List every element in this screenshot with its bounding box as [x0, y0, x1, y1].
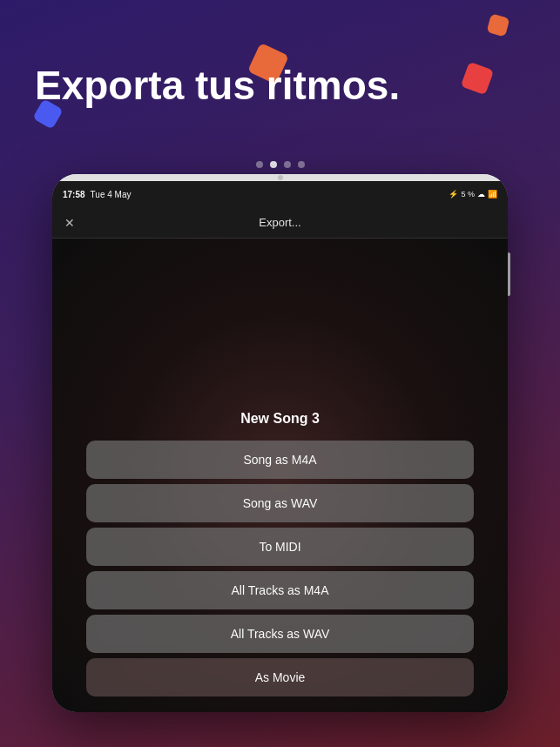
signal-icon: 📶 [488, 190, 497, 199]
status-icons: ⚡ 5 % ☁ 📶 [449, 190, 497, 199]
nav-bar: ✕ Export... [52, 207, 508, 239]
dot-3 [284, 161, 291, 168]
status-date: Tue 4 May [91, 190, 132, 199]
deco-square-4 [487, 14, 510, 37]
dot-1 [256, 161, 263, 168]
nav-title: Export... [259, 216, 300, 229]
battery-percent: 5 % [461, 190, 475, 199]
tablet: 17:58 Tue 4 May ⚡ 5 % ☁ 📶 ✕ Export... Ne… [52, 174, 508, 712]
export-midi-button[interactable]: To MIDI [86, 528, 474, 566]
export-as-movie-button[interactable]: As Movie [86, 658, 474, 697]
song-title: New Song 3 [240, 411, 320, 427]
tablet-top-bar [52, 174, 508, 181]
battery-icon: ⚡ [449, 190, 458, 199]
export-song-wav-button[interactable]: Song as WAV [86, 484, 474, 522]
close-button[interactable]: ✕ [64, 216, 75, 230]
export-song-m4a-button[interactable]: Song as M4A [86, 441, 474, 479]
wifi-icon: ☁ [477, 190, 485, 199]
export-all-tracks-wav-button[interactable]: All Tracks as WAV [86, 615, 474, 653]
pagination-dots [256, 161, 305, 168]
export-all-tracks-m4a-button[interactable]: All Tracks as M4A [86, 571, 474, 609]
status-bar: 17:58 Tue 4 May ⚡ 5 % ☁ 📶 [52, 181, 508, 207]
app-screen: 17:58 Tue 4 May ⚡ 5 % ☁ 📶 ✕ Export... Ne… [52, 181, 508, 712]
headline: Exporta tus ritmos. [35, 63, 525, 109]
dot-2 [270, 161, 277, 168]
status-time: 17:58 [63, 190, 85, 199]
dot-4 [298, 161, 305, 168]
tablet-camera [278, 175, 283, 180]
bg-area: New Song 3 Song as M4A Song as WAV To MI… [52, 239, 508, 712]
